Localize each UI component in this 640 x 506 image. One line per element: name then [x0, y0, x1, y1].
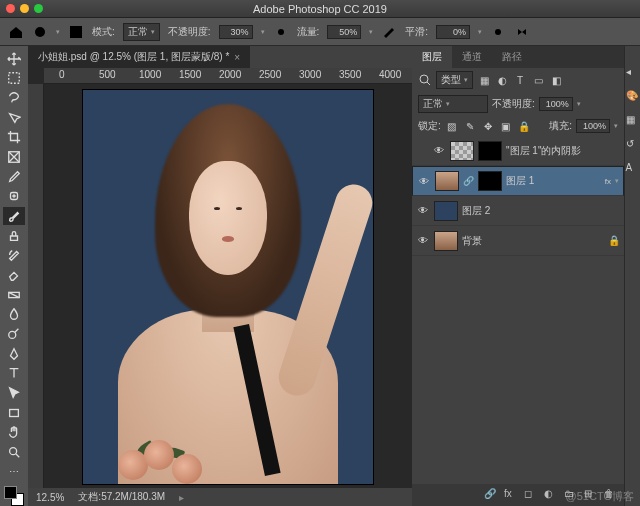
close-tab-icon[interactable]: ×: [234, 52, 240, 63]
brush-preset-icon[interactable]: [32, 24, 48, 40]
filter-smart-icon[interactable]: ◧: [549, 73, 563, 87]
eyedropper-tool[interactable]: [3, 168, 25, 186]
layer-name[interactable]: "图层 1"的内阴影: [506, 144, 620, 158]
marquee-tool[interactable]: [3, 70, 25, 88]
color-swatches[interactable]: [4, 486, 24, 506]
ruler-vertical[interactable]: [28, 84, 44, 488]
link-icon[interactable]: 🔗: [463, 176, 474, 186]
layer-name[interactable]: 图层 2: [462, 204, 620, 218]
gear-icon[interactable]: [490, 24, 506, 40]
adjustment-layer-icon[interactable]: ◐: [544, 488, 558, 502]
smooth-input[interactable]: 0%: [436, 25, 470, 39]
search-icon[interactable]: [418, 73, 432, 87]
layer-style-icon[interactable]: fx: [504, 488, 518, 502]
visibility-toggle[interactable]: 👁: [417, 176, 431, 187]
close-window-icon[interactable]: [6, 4, 15, 13]
visibility-toggle[interactable]: 👁: [432, 145, 446, 156]
mode-label: 模式:: [92, 25, 115, 39]
filter-adjust-icon[interactable]: ◐: [495, 73, 509, 87]
frame-tool[interactable]: [3, 148, 25, 166]
blur-tool[interactable]: [3, 306, 25, 324]
chevron-right-icon[interactable]: ▸: [179, 492, 184, 503]
chevron-down-icon[interactable]: ▾: [614, 122, 618, 130]
visibility-toggle[interactable]: 👁: [416, 235, 430, 246]
blend-mode-select[interactable]: 正常: [123, 23, 160, 41]
canvas[interactable]: [83, 90, 373, 484]
crop-tool[interactable]: [3, 129, 25, 147]
eraser-tool[interactable]: [3, 266, 25, 284]
edit-toolbar-icon[interactable]: ⋯: [3, 463, 25, 481]
lasso-tool[interactable]: [3, 89, 25, 107]
link-layers-icon[interactable]: 🔗: [484, 488, 498, 502]
symmetry-icon[interactable]: [514, 24, 530, 40]
chevron-down-icon[interactable]: ▾: [369, 28, 373, 36]
minimize-window-icon[interactable]: [20, 4, 29, 13]
lock-transparent-icon[interactable]: ▨: [445, 119, 459, 133]
pen-tool[interactable]: [3, 345, 25, 363]
layer-mask-thumb[interactable]: [478, 171, 502, 191]
layer-mask-icon[interactable]: ◻: [524, 488, 538, 502]
fx-badge[interactable]: fx: [605, 177, 611, 186]
layer-opacity-label: 不透明度:: [492, 97, 535, 111]
tab-channels[interactable]: 通道: [452, 46, 492, 68]
visibility-toggle[interactable]: 👁: [416, 205, 430, 216]
layer-row[interactable]: 👁 背景 🔒: [412, 226, 624, 256]
layer-name[interactable]: 背景: [462, 234, 604, 248]
layer-blend-select[interactable]: 正常: [418, 95, 488, 113]
filter-type-select[interactable]: 类型: [436, 71, 473, 89]
airbrush-icon[interactable]: [381, 24, 397, 40]
brush-panel-icon[interactable]: [68, 24, 84, 40]
zoom-window-icon[interactable]: [34, 4, 43, 13]
path-select-tool[interactable]: [3, 384, 25, 402]
quick-select-tool[interactable]: [3, 109, 25, 127]
layer-row[interactable]: 👁 🔗 图层 1 fx: [412, 166, 624, 196]
chevron-down-icon[interactable]: ▾: [56, 28, 60, 36]
ruler-horizontal[interactable]: 05001000150020002500300035004000: [44, 68, 412, 84]
home-icon[interactable]: [8, 24, 24, 40]
lock-artboard-icon[interactable]: ▣: [499, 119, 513, 133]
chevron-down-icon[interactable]: ▾: [577, 100, 581, 108]
opacity-input[interactable]: 30%: [219, 25, 253, 39]
filter-pixel-icon[interactable]: ▦: [477, 73, 491, 87]
swatches-panel-icon[interactable]: ▦: [626, 114, 640, 128]
type-tool[interactable]: [3, 365, 25, 383]
layer-thumb: [434, 231, 458, 251]
canvas-viewport[interactable]: [44, 84, 412, 488]
tab-paths[interactable]: 路径: [492, 46, 532, 68]
pressure-opacity-icon[interactable]: [273, 24, 289, 40]
healing-tool[interactable]: [3, 188, 25, 206]
dodge-tool[interactable]: [3, 325, 25, 343]
history-brush-tool[interactable]: [3, 247, 25, 265]
zoom-level[interactable]: 12.5%: [36, 492, 64, 503]
brush-tool[interactable]: [3, 207, 25, 225]
lock-paint-icon[interactable]: ✎: [463, 119, 477, 133]
expand-panel-icon[interactable]: ◂: [626, 66, 640, 80]
lock-icon[interactable]: 🔒: [608, 235, 620, 246]
filter-type-icon[interactable]: T: [513, 73, 527, 87]
lock-all-icon[interactable]: 🔒: [517, 119, 531, 133]
rectangle-tool[interactable]: [3, 404, 25, 422]
window-controls[interactable]: [6, 4, 43, 13]
fill-input[interactable]: 100%: [576, 119, 610, 133]
zoom-tool[interactable]: [3, 443, 25, 461]
color-panel-icon[interactable]: 🎨: [626, 90, 640, 104]
chevron-down-icon[interactable]: ▾: [261, 28, 265, 36]
chevron-down-icon[interactable]: ▾: [478, 28, 482, 36]
document-tab[interactable]: 小姐姐.psd @ 12.5% (图层 1, 图层蒙版/8) * ×: [28, 46, 250, 68]
gradient-tool[interactable]: [3, 286, 25, 304]
layer-row[interactable]: 👁 图层 2: [412, 196, 624, 226]
history-panel-icon[interactable]: ↺: [626, 138, 640, 152]
hand-tool[interactable]: [3, 423, 25, 441]
character-panel-icon[interactable]: A: [626, 162, 640, 176]
clone-stamp-tool[interactable]: [3, 227, 25, 245]
layer-name[interactable]: 图层 1: [506, 174, 601, 188]
layer-opacity-input[interactable]: 100%: [539, 97, 573, 111]
move-tool[interactable]: [3, 50, 25, 68]
foreground-color-swatch[interactable]: [4, 486, 17, 499]
doc-info[interactable]: 文档:57.2M/180.3M: [78, 490, 165, 504]
lock-position-icon[interactable]: ✥: [481, 119, 495, 133]
layer-row[interactable]: 👁 "图层 1"的内阴影: [412, 136, 624, 166]
filter-shape-icon[interactable]: ▭: [531, 73, 545, 87]
tab-layers[interactable]: 图层: [412, 46, 452, 68]
flow-input[interactable]: 50%: [327, 25, 361, 39]
